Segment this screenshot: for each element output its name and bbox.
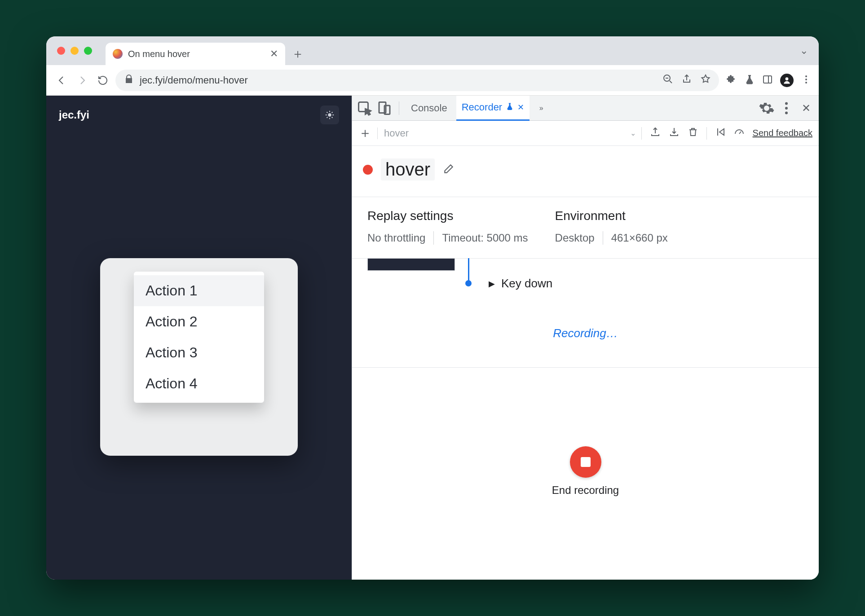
recording-title-row: hover (352, 146, 819, 197)
reload-button[interactable] (95, 72, 111, 88)
page-body: Hover me! Action 1 Action 2 Action 3 Act… (46, 134, 352, 580)
performance-icon[interactable] (734, 127, 745, 140)
svg-rect-1 (763, 76, 772, 83)
browser-window: On menu hover ✕ ＋ ⌄ jec.fyi/demo/menu-ho… (46, 36, 819, 580)
throttling-value[interactable]: No throttling (367, 232, 425, 244)
menu-item-4[interactable]: Action 4 (134, 368, 264, 399)
recording-indicator-icon (363, 165, 373, 175)
svg-point-6 (328, 113, 331, 116)
tab-strip: On menu hover ✕ ＋ ⌄ (46, 36, 819, 65)
svg-point-4 (805, 79, 807, 80)
window-controls (53, 47, 92, 55)
close-window-button[interactable] (57, 47, 65, 55)
replay-settings-title: Replay settings (367, 209, 528, 223)
content-split: jec.fyi Hover me! Action 1 Action 2 Acti… (46, 96, 819, 580)
timeline-connector (468, 258, 469, 282)
recording-status: Recording… (352, 295, 819, 358)
environment-col: Environment Desktop 461×660 px (555, 209, 668, 245)
svg-point-10 (785, 102, 788, 105)
more-tabs-chevron-icon[interactable]: » (533, 100, 549, 116)
svg-point-3 (805, 75, 807, 77)
omnibox-actions (662, 74, 711, 87)
labs-flask-icon (506, 101, 514, 113)
close-panel-icon[interactable]: ✕ (517, 102, 524, 112)
timeout-value[interactable]: Timeout: 5000 ms (442, 232, 528, 244)
step-label: Key down (501, 277, 552, 290)
devtools-panel: Console Recorder ✕ » ✕ ＋ hover ⌄ (352, 96, 819, 580)
env-viewport: 461×660 px (611, 232, 668, 244)
lock-icon (124, 74, 134, 87)
labs-flask-icon[interactable] (744, 74, 755, 87)
svg-point-12 (785, 111, 788, 114)
toolbar-right (726, 74, 812, 87)
webpage: jec.fyi Hover me! Action 1 Action 2 Acti… (46, 96, 352, 580)
extensions-icon[interactable] (726, 74, 737, 87)
expand-triangle-icon[interactable]: ▶ (489, 279, 495, 289)
delete-icon[interactable] (688, 127, 698, 140)
forward-button[interactable] (74, 72, 90, 88)
edit-name-icon[interactable] (443, 163, 455, 176)
tab-list-chevron-icon[interactable]: ⌄ (800, 45, 808, 57)
end-recording-label: End recording (552, 484, 619, 497)
recording-selector-value: hover (384, 128, 409, 139)
back-button[interactable] (53, 72, 70, 88)
timeline-node-icon (465, 280, 472, 286)
step-thumbnail[interactable] (367, 258, 455, 271)
environment-title: Environment (555, 209, 668, 223)
settings-gear-icon[interactable] (759, 100, 775, 116)
inspect-element-icon[interactable] (357, 100, 373, 116)
svg-point-11 (785, 107, 788, 110)
tab-recorder[interactable]: Recorder ✕ (456, 96, 530, 121)
tab-title: On menu hover (128, 49, 265, 59)
toolbar: jec.fyi/demo/menu-hover (46, 65, 819, 96)
recording-settings: Replay settings No throttling Timeout: 5… (352, 197, 819, 259)
recorder-toolbar: ＋ hover ⌄ Send feedback (352, 121, 819, 146)
import-icon[interactable] (669, 127, 680, 140)
device-toggle-icon[interactable] (376, 100, 393, 116)
recorder-footer: End recording (352, 368, 819, 580)
page-header: jec.fyi (46, 96, 352, 134)
menu-item-1[interactable]: Action 1 (134, 275, 264, 306)
env-device: Desktop (555, 232, 595, 244)
send-feedback-link[interactable]: Send feedback (753, 128, 812, 138)
new-recording-button[interactable]: ＋ (358, 124, 372, 142)
minimize-window-button[interactable] (71, 47, 79, 55)
replay-speed-icon[interactable] (715, 127, 726, 140)
browser-tab[interactable]: On menu hover ✕ (106, 43, 285, 65)
kebab-menu-icon[interactable] (801, 74, 812, 87)
omnibox[interactable]: jec.fyi/demo/menu-hover (115, 70, 719, 91)
maximize-window-button[interactable] (84, 47, 92, 55)
site-name: jec.fyi (59, 109, 89, 121)
demo-card[interactable]: Hover me! Action 1 Action 2 Action 3 Act… (100, 258, 298, 456)
tab-recorder-label: Recorder (462, 101, 502, 113)
menu-item-2[interactable]: Action 2 (134, 306, 264, 337)
share-icon[interactable] (681, 74, 692, 87)
tab-console[interactable]: Console (406, 96, 453, 121)
dropdown-menu: Action 1 Action 2 Action 3 Action 4 (134, 272, 264, 403)
end-recording-button[interactable] (570, 446, 601, 478)
menu-item-3[interactable]: Action 3 (134, 337, 264, 368)
bookmark-star-icon[interactable] (700, 74, 711, 87)
zoom-out-icon[interactable] (662, 74, 673, 87)
export-icon[interactable] (650, 127, 661, 140)
new-tab-button[interactable]: ＋ (291, 43, 304, 65)
theme-toggle-button[interactable] (320, 106, 339, 124)
devtools-kebab-icon[interactable] (778, 100, 794, 116)
close-devtools-icon[interactable]: ✕ (798, 100, 814, 116)
recorder-actions: Send feedback (641, 127, 812, 140)
favicon-icon (113, 49, 123, 59)
replay-settings-col: Replay settings No throttling Timeout: 5… (367, 209, 528, 245)
recording-name[interactable]: hover (381, 158, 435, 180)
recording-selector[interactable]: hover ⌄ (377, 128, 636, 139)
url-text: jec.fyi/demo/menu-hover (140, 75, 657, 86)
devtools-tabbar: Console Recorder ✕ » ✕ (352, 96, 819, 121)
profile-avatar[interactable] (780, 74, 794, 87)
stop-icon (581, 457, 591, 467)
timeline: ▶ Key down Recording… (352, 259, 819, 368)
svg-point-5 (805, 82, 807, 84)
svg-point-2 (786, 77, 789, 80)
side-panel-icon[interactable] (762, 74, 773, 87)
chevron-down-icon: ⌄ (630, 129, 636, 137)
close-tab-button[interactable]: ✕ (270, 48, 278, 60)
